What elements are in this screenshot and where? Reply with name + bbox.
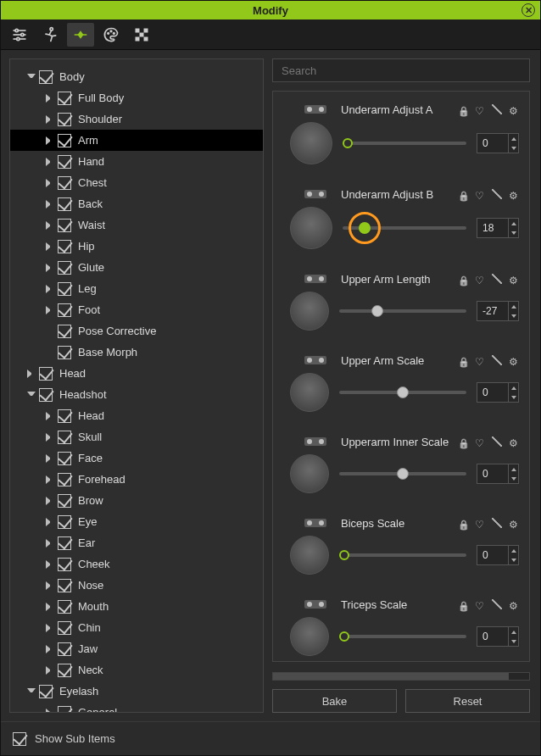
spinner-up-icon[interactable] (509, 627, 518, 636)
favorite-icon[interactable] (475, 104, 485, 114)
slider-handle[interactable] (397, 468, 409, 480)
tree-item-foot[interactable]: Foot (10, 299, 263, 320)
param-value-input[interactable] (477, 383, 508, 402)
visibility-checkbox[interactable] (58, 621, 71, 635)
panel-resize-handle[interactable] (263, 353, 264, 391)
close-icon[interactable]: ✕ (521, 3, 535, 17)
param-slider[interactable] (343, 226, 466, 230)
expand-arrow-icon[interactable] (46, 645, 54, 653)
visibility-checkbox[interactable] (58, 706, 71, 714)
visibility-checkbox[interactable] (58, 431, 71, 444)
expand-arrow-icon[interactable] (46, 115, 54, 124)
edit-icon[interactable] (492, 355, 502, 365)
horizontal-scrollbar[interactable] (272, 672, 530, 681)
expand-arrow-icon[interactable] (46, 158, 54, 166)
slider-handle[interactable] (339, 550, 349, 560)
expand-arrow-icon[interactable] (46, 603, 54, 611)
tree-item-mouth[interactable]: Mouth (10, 596, 263, 617)
slider-handle[interactable] (371, 305, 383, 317)
param-value-input[interactable] (477, 219, 508, 237)
expand-arrow-icon[interactable] (46, 475, 54, 484)
param-value-input[interactable] (477, 302, 508, 320)
expand-arrow-icon[interactable] (46, 433, 54, 442)
expand-arrow-icon[interactable] (46, 518, 54, 526)
symmetry-icon[interactable] (304, 519, 326, 527)
visibility-checkbox[interactable] (58, 473, 71, 486)
tab-morph[interactable] (67, 23, 94, 47)
titlebar[interactable]: Modify ✕ (1, 1, 540, 19)
visibility-checkbox[interactable] (39, 367, 53, 381)
expand-arrow-icon[interactable] (46, 560, 54, 569)
visibility-checkbox[interactable] (58, 282, 71, 296)
slider-handle[interactable] (359, 222, 371, 234)
expand-arrow-icon[interactable] (46, 285, 54, 293)
tree-item-back[interactable]: Back (10, 193, 263, 214)
param-slider[interactable] (339, 309, 466, 313)
tree-item-cheek[interactable]: Cheek (10, 553, 263, 575)
spinner-down-icon[interactable] (509, 143, 518, 153)
symmetry-icon[interactable] (304, 190, 326, 198)
visibility-checkbox[interactable] (58, 452, 71, 465)
expand-arrow-icon[interactable] (46, 497, 54, 505)
slider-handle[interactable] (339, 631, 349, 642)
symmetry-icon[interactable] (304, 105, 326, 114)
tree-item-leg[interactable]: Leg (10, 278, 263, 299)
spinner-up-icon[interactable] (509, 302, 518, 311)
visibility-checkbox[interactable] (58, 409, 71, 423)
expand-arrow-icon[interactable] (46, 200, 54, 208)
param-value-input[interactable] (477, 546, 508, 564)
param-thumbnail[interactable] (290, 207, 332, 249)
param-thumbnail[interactable] (290, 454, 329, 493)
tree-item-general[interactable]: General (10, 702, 263, 713)
param-value-input[interactable] (477, 627, 508, 646)
favorite-icon[interactable] (475, 436, 485, 447)
spinner-up-icon[interactable] (509, 134, 518, 143)
edit-icon[interactable] (492, 274, 502, 284)
favorite-icon[interactable] (475, 518, 485, 528)
bake-button[interactable]: Bake (272, 689, 397, 713)
tree-item-chest[interactable]: Chest (10, 172, 263, 193)
tab-sliders[interactable] (6, 23, 33, 47)
visibility-checkbox[interactable] (39, 70, 53, 84)
symmetry-icon[interactable] (304, 275, 326, 283)
edit-icon[interactable] (492, 189, 502, 199)
lock-icon[interactable] (458, 274, 468, 284)
tree-item-nose[interactable]: Nose (10, 575, 263, 596)
gear-icon[interactable] (509, 518, 519, 528)
tree-item-head[interactable]: Head (10, 363, 263, 384)
expand-arrow-icon[interactable] (46, 454, 54, 463)
param-thumbnail[interactable] (290, 292, 329, 331)
visibility-checkbox[interactable] (58, 325, 71, 338)
visibility-checkbox[interactable] (58, 600, 71, 614)
edit-icon[interactable] (492, 518, 502, 528)
slider-handle[interactable] (397, 386, 409, 398)
symmetry-icon[interactable] (304, 600, 326, 609)
visibility-checkbox[interactable] (58, 346, 71, 359)
visibility-checkbox[interactable] (58, 494, 71, 508)
spinner-down-icon[interactable] (509, 228, 518, 237)
tree-item-eye[interactable]: Eye (10, 511, 263, 532)
expand-arrow-icon[interactable] (46, 581, 54, 590)
favorite-icon[interactable] (475, 355, 485, 365)
expand-arrow-icon[interactable] (46, 242, 54, 251)
visibility-checkbox[interactable] (58, 261, 71, 275)
expand-arrow-icon[interactable] (46, 221, 54, 230)
param-slider[interactable] (339, 472, 466, 475)
symmetry-icon[interactable] (304, 437, 326, 446)
expand-arrow-icon[interactable] (46, 709, 54, 714)
expand-arrow-icon[interactable] (46, 412, 54, 420)
visibility-checkbox[interactable] (58, 92, 71, 105)
expand-arrow-icon[interactable] (46, 539, 54, 548)
param-slider[interactable] (339, 391, 466, 394)
visibility-checkbox[interactable] (58, 303, 71, 317)
visibility-checkbox[interactable] (58, 155, 71, 169)
slider-handle[interactable] (343, 138, 353, 148)
visibility-checkbox[interactable] (58, 664, 71, 677)
tree-item-chin[interactable]: Chin (10, 617, 263, 638)
gear-icon[interactable] (509, 104, 519, 114)
visibility-checkbox[interactable] (58, 515, 71, 529)
gear-icon[interactable] (509, 274, 519, 284)
gear-icon[interactable] (509, 436, 519, 447)
tree-item-waist[interactable]: Waist (10, 214, 263, 236)
expand-arrow-icon[interactable] (27, 392, 36, 400)
